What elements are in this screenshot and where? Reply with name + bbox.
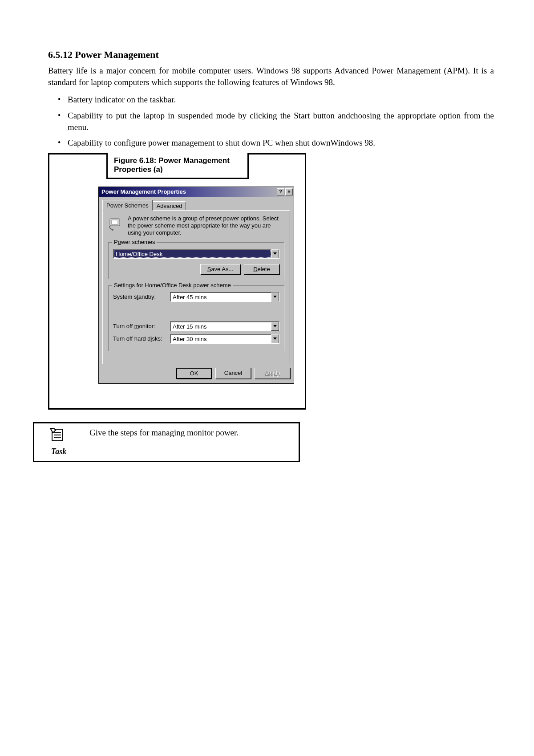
figure-caption: Figure 6.18: Power Management Properties… (106, 153, 249, 179)
turn-off-monitor-label: Turn off monitor: (113, 323, 166, 329)
power-schemes-groupbox: Power schemes Home/Office Desk Save As..… (108, 242, 284, 279)
power-schemes-legend: Power schemes (112, 239, 157, 245)
settings-legend: Settings for Home/Office Desk power sche… (112, 282, 233, 289)
dialog-title: Power Management Properties (101, 188, 186, 195)
bullet-item: Capability to put the laptop in suspende… (48, 110, 494, 133)
power-scheme-value: Home/Office Desk (113, 249, 271, 258)
task-text: Give the steps for managing monitor powe… (83, 423, 299, 461)
turn-off-monitor-value: After 15 mins (170, 322, 271, 331)
ok-button[interactable]: OK (176, 368, 212, 379)
system-standby-select[interactable]: After 45 mins (170, 292, 279, 302)
intro-text: A power scheme is a group of preset powe… (128, 215, 284, 237)
task-box: Task Give the steps for managing monitor… (33, 422, 300, 462)
turn-off-monitor-select[interactable]: After 15 mins (170, 321, 279, 331)
settings-groupbox: Settings for Home/Office Desk power sche… (108, 285, 284, 351)
turn-off-disks-value: After 30 mins (170, 334, 271, 343)
dialog-titlebar: Power Management Properties ? × (99, 187, 294, 197)
bullet-item: Capability to configure power management… (48, 137, 494, 149)
close-button[interactable]: × (285, 188, 293, 195)
help-button[interactable]: ? (277, 188, 284, 195)
chevron-down-icon[interactable] (271, 249, 279, 258)
power-scheme-icon (108, 215, 123, 231)
save-as-button[interactable]: Save As... (200, 264, 240, 274)
system-standby-value: After 45 mins (170, 293, 271, 301)
cancel-button[interactable]: Cancel (215, 368, 251, 379)
delete-button[interactable]: Delete (244, 264, 279, 274)
tab-power-schemes[interactable]: Power Schemes (102, 200, 153, 211)
tab-advanced[interactable]: Advanced (153, 201, 186, 210)
tab-panel: A power scheme is a group of preset powe… (102, 210, 290, 364)
figure-frame: Figure 6.18: Power Management Properties… (48, 153, 306, 410)
intro-paragraph: Battery life is a major concern for mobi… (48, 65, 494, 88)
chevron-down-icon[interactable] (271, 334, 279, 343)
turn-off-disks-select[interactable]: After 30 mins (170, 334, 279, 344)
tabs-row: Power Schemes Advanced (99, 197, 294, 210)
power-scheme-select[interactable]: Home/Office Desk (113, 249, 279, 259)
task-label: Task (51, 447, 66, 456)
task-icon-cell: Task (34, 423, 83, 461)
power-management-dialog: Power Management Properties ? × Power Sc… (98, 187, 294, 384)
chevron-down-icon[interactable] (271, 293, 279, 301)
task-icon (49, 427, 68, 446)
bullet-item: Battery indicator on the taskbar. (48, 94, 494, 106)
turn-off-disks-label: Turn off hard disks: (113, 335, 166, 342)
svg-rect-1 (112, 220, 118, 224)
apply-button[interactable]: Apply (255, 368, 290, 379)
chevron-down-icon[interactable] (271, 322, 279, 331)
svg-point-2 (112, 229, 113, 231)
bullet-list: Battery indicator on the taskbar. Capabi… (48, 94, 494, 149)
section-heading: 6.5.12 Power Management (48, 49, 494, 61)
system-standby-label: System standby: (113, 293, 166, 300)
